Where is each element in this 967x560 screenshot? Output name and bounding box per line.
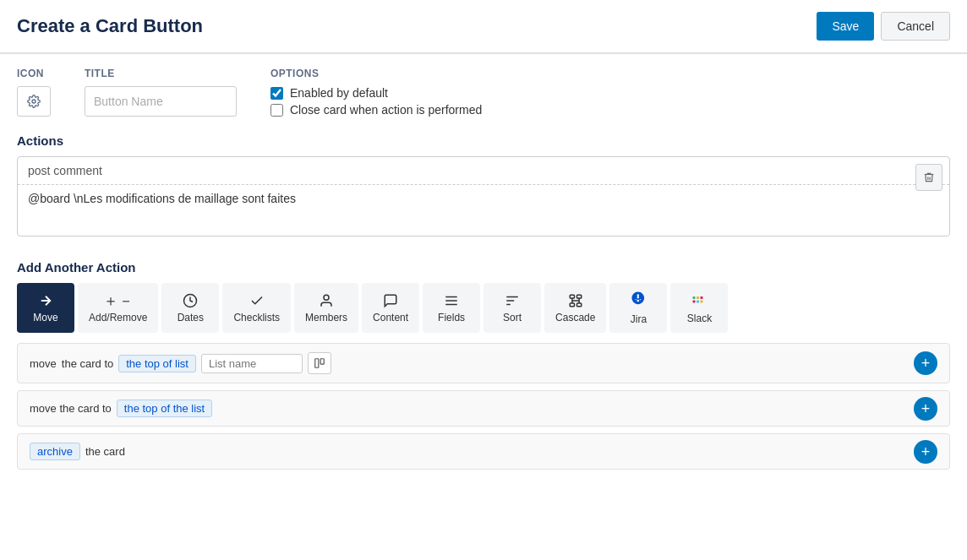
sort-icon	[505, 293, 520, 308]
action-type-buttons: Move ＋－ Add/Remove Dates Checklis	[17, 283, 950, 333]
action-btn-sort-label: Sort	[503, 312, 522, 323]
icon-picker[interactable]	[17, 86, 51, 117]
action-btn-move[interactable]: Move	[17, 283, 74, 333]
title-input[interactable]	[85, 86, 237, 117]
gear-icon	[27, 95, 41, 108]
config-action-row-2: move the card to the top of the list +	[17, 390, 950, 427]
svg-rect-20	[697, 296, 699, 299]
action-btn-add-remove[interactable]: ＋－ Add/Remove	[78, 283, 158, 333]
action-btn-members-label: Members	[305, 312, 347, 323]
action-btn-slack[interactable]: Slack	[670, 283, 728, 333]
action2-add-button[interactable]: +	[914, 397, 937, 421]
svg-rect-19	[693, 296, 696, 299]
options-label: Options	[270, 68, 482, 79]
action-btn-cascade[interactable]: Cascade	[544, 283, 606, 333]
action-btn-sort[interactable]: Sort	[484, 283, 541, 333]
action-btn-checklists[interactable]: Checklists	[222, 283, 291, 333]
board-icon	[314, 357, 325, 369]
cancel-button[interactable]: Cancel	[881, 12, 950, 41]
cascade-icon	[568, 293, 583, 308]
svg-point-3	[324, 295, 329, 300]
action-btn-jira-label: Jira	[631, 313, 647, 325]
configured-actions-list: move the card to the top of list + move …	[0, 343, 967, 478]
action2-text: move the card to	[30, 402, 112, 415]
action3-add-button[interactable]: +	[914, 440, 937, 464]
page-title: Create a Card Button	[17, 15, 203, 37]
action3-text: the card	[85, 445, 125, 458]
option-close-checkbox[interactable]	[270, 104, 283, 117]
svg-rect-23	[315, 359, 319, 368]
action-btn-move-label: Move	[33, 312, 57, 323]
action1-card-text: the card to	[62, 357, 113, 370]
action-btn-jira[interactable]: Jira	[609, 283, 667, 333]
arrow-right-icon	[38, 293, 53, 308]
clock-icon	[183, 293, 198, 308]
action-btn-checklists-label: Checklists	[233, 312, 280, 323]
config-action-row-1: move the card to the top of list +	[17, 343, 950, 383]
action-btn-fields[interactable]: Fields	[423, 283, 480, 333]
slack-icon	[691, 291, 707, 309]
title-field-group: Title	[85, 68, 237, 117]
save-button[interactable]: Save	[817, 12, 874, 41]
option-enabled-label: Enabled by default	[290, 86, 388, 100]
svg-rect-11	[576, 295, 581, 298]
svg-rect-13	[576, 303, 581, 307]
action-btn-dates[interactable]: Dates	[161, 283, 219, 333]
bubble-icon	[383, 293, 398, 308]
action-btn-slack-label: Slack	[687, 313, 712, 324]
option-close-label: Close card when action is performed	[290, 103, 482, 117]
action-card: post comment @board \nLes modifications …	[17, 156, 950, 237]
action-btn-add-remove-label: Add/Remove	[89, 312, 147, 323]
add-action-title: Add Another Action	[17, 260, 950, 275]
check-icon	[249, 293, 265, 308]
person-icon	[319, 293, 334, 308]
action1-position-tag[interactable]: the top of list	[118, 355, 196, 372]
option-enabled-checkbox[interactable]	[270, 87, 283, 100]
action1-list-name-input[interactable]	[201, 354, 303, 373]
actions-section: Actions post comment @board \nLes modifi…	[0, 123, 967, 252]
action3-archive-tag[interactable]: archive	[30, 443, 80, 460]
svg-rect-18	[697, 301, 699, 303]
trash-icon	[923, 171, 935, 183]
icon-label: Icon	[17, 68, 51, 79]
svg-rect-10	[570, 295, 574, 298]
action-btn-fields-label: Fields	[438, 312, 465, 323]
action1-move-text: move	[30, 357, 57, 370]
svg-rect-24	[320, 359, 324, 364]
option-enabled-row[interactable]: Enabled by default	[270, 86, 482, 100]
action-btn-content[interactable]: Content	[362, 283, 419, 333]
action2-position-tag[interactable]: the top of the list	[117, 400, 212, 417]
action-btn-dates-label: Dates	[178, 312, 204, 323]
action-btn-members[interactable]: Members	[294, 283, 358, 333]
action-card-body[interactable]: @board \nLes modifications de maillage s…	[18, 185, 949, 236]
form-section: Icon Title Options Enabled by default Cl	[0, 54, 967, 123]
svg-rect-22	[701, 296, 703, 299]
add-action-section: Add Another Action Move ＋－ Add/Remove	[0, 252, 967, 343]
title-label: Title	[85, 68, 237, 79]
options-field-group: Options Enabled by default Close card wh…	[270, 68, 482, 117]
actions-section-title: Actions	[17, 133, 950, 148]
action1-add-button[interactable]: +	[914, 351, 937, 375]
icon-field-group: Icon	[17, 68, 51, 117]
svg-rect-17	[693, 301, 696, 303]
config-action-row-3: archive the card +	[17, 433, 950, 470]
header-actions: Save Cancel	[817, 12, 950, 41]
action-btn-cascade-label: Cascade	[555, 312, 595, 323]
jira-icon	[631, 291, 646, 310]
action1-board-icon-button[interactable]	[308, 352, 331, 374]
lines-icon	[444, 293, 459, 308]
svg-rect-12	[570, 303, 574, 307]
delete-action-button[interactable]	[915, 164, 942, 191]
action-btn-content-label: Content	[373, 312, 408, 323]
svg-rect-21	[701, 301, 703, 303]
action-card-type: post comment	[18, 157, 949, 185]
svg-point-0	[32, 100, 36, 103]
plus-minus-icon: ＋－	[103, 293, 134, 308]
option-close-row[interactable]: Close card when action is performed	[270, 103, 482, 117]
